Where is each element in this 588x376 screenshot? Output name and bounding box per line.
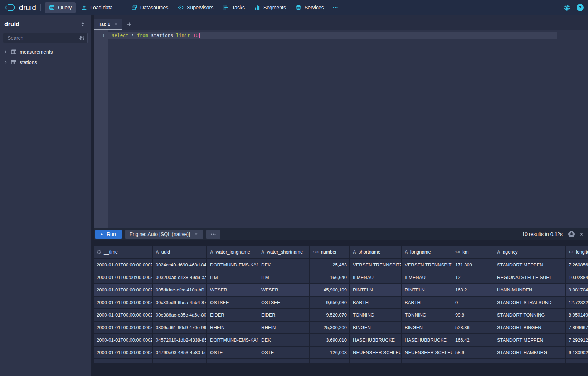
cell[interactable]: STANDORT MEPPEN — [494, 259, 566, 271]
filter-sliders-icon[interactable] — [79, 35, 85, 41]
sidebar-table-measurements[interactable]: measurements — [0, 47, 91, 57]
column-header-km[interactable]: 1.0km — [452, 246, 494, 259]
cell[interactable]: 0 — [452, 297, 494, 309]
nav-item-services[interactable]: Services — [292, 2, 328, 13]
cell[interactable]: 58.9 — [452, 347, 494, 359]
druid-logo[interactable]: druid — [5, 3, 36, 12]
cell[interactable]: STANDORT BINGEN — [494, 322, 566, 334]
cell[interactable]: WESER — [258, 284, 310, 297]
cell[interactable]: 3,690,010 — [310, 334, 350, 347]
cell[interactable]: ILMENAU — [402, 271, 452, 284]
nav-item-query[interactable]: Query — [45, 2, 76, 13]
cell[interactable]: VERSEN TRENNSPITZE — [350, 259, 402, 271]
cell[interactable]: 9.130902 — [566, 347, 588, 359]
cell[interactable]: 2000-01-01T00:00:00.000Z — [94, 322, 153, 334]
cell[interactable]: OSTE — [207, 347, 258, 359]
nav-item-supervisors[interactable]: Supervisors — [174, 2, 217, 13]
column-header-number[interactable]: 123number — [310, 246, 350, 259]
cell[interactable]: 126,003 — [310, 347, 350, 359]
sql-editor[interactable]: 1 select * from stations limit 10 — [94, 30, 588, 228]
query-more-button[interactable] — [206, 230, 220, 239]
schema-selector[interactable]: druid — [0, 20, 91, 29]
cell[interactable]: 00e386ac-e35c-4a6e-80 — [153, 309, 207, 322]
cell[interactable]: 9.081704 — [566, 284, 588, 297]
cell[interactable]: 2000-01-01T00:00:00.000Z — [94, 271, 153, 284]
cell[interactable]: 04572010-1db2-4338-85 — [153, 334, 207, 347]
cell[interactable]: 166.42 — [452, 334, 494, 347]
nav-item-tasks[interactable]: Tasks — [219, 2, 249, 13]
cell[interactable]: 166,640 — [310, 271, 350, 284]
search-input[interactable] — [7, 35, 79, 41]
cell[interactable]: NEUENSEER SCHLEUSEN — [350, 347, 402, 359]
cell[interactable]: ILM — [258, 271, 310, 284]
cell[interactable]: HASEHUBBRÜCKE — [350, 334, 402, 347]
column-header-water_longname[interactable]: Awater_longname — [207, 246, 258, 259]
cell[interactable]: 005dfdae-efcc-410a-bf1 — [153, 284, 207, 297]
close-results-icon[interactable] — [579, 231, 584, 237]
cell[interactable]: 163.2 — [452, 284, 494, 297]
cell[interactable]: 7.260856 — [566, 259, 588, 271]
cell[interactable]: BINGEN — [350, 322, 402, 334]
cell[interactable]: 171.309 — [452, 259, 494, 271]
column-header-__time[interactable]: __time — [94, 246, 153, 259]
help-icon[interactable]: ? — [577, 4, 584, 11]
cell[interactable]: ILM — [207, 271, 258, 284]
cell[interactable]: 9,650,030 — [310, 297, 350, 309]
nav-item-segments[interactable]: Segments — [251, 2, 290, 13]
column-header-longname[interactable]: Alongname — [402, 246, 452, 259]
query-tab[interactable]: Tab 1 — [94, 19, 122, 30]
column-header-longitude[interactable]: 1.0longitude — [566, 246, 588, 259]
cell[interactable]: DEK — [258, 334, 310, 347]
cell[interactable]: 45,900,109 — [310, 284, 350, 297]
cell[interactable]: HANN-MÜNDEN — [494, 284, 566, 297]
cell[interactable]: RHEIN — [207, 322, 258, 334]
cell[interactable]: 12 — [452, 271, 494, 284]
cell[interactable]: OSTE — [258, 347, 310, 359]
cell[interactable]: STANDORT STRALSUND — [494, 297, 566, 309]
column-header-shortname[interactable]: Ashortname — [350, 246, 402, 259]
cell[interactable]: RINTELN — [350, 284, 402, 297]
cell[interactable]: 12.723220 — [566, 297, 588, 309]
cell[interactable]: BARTH — [402, 297, 452, 309]
cell[interactable]: TÖNNING — [350, 309, 402, 322]
nav-item-datasources[interactable]: Datasources — [127, 2, 172, 13]
cell[interactable]: 2000-01-01T00:00:00.000Z — [94, 309, 153, 322]
cell[interactable]: WESER — [207, 284, 258, 297]
cell[interactable]: HASEHUBBRÜCKE — [402, 334, 452, 347]
cell[interactable]: 003200ab-d138-49d9-aa — [153, 271, 207, 284]
cell[interactable]: BARTH — [350, 297, 402, 309]
cell[interactable]: 2000-01-01T00:00:00.000Z — [94, 284, 153, 297]
cell[interactable]: EIDER — [258, 309, 310, 322]
column-header-uuid[interactable]: Auuid — [153, 246, 207, 259]
nav-item-load-data[interactable]: Load data — [77, 2, 116, 13]
cell[interactable]: 7.899667 — [566, 322, 588, 334]
cell[interactable]: RINTELN — [402, 284, 452, 297]
cell[interactable]: 99.8 — [452, 309, 494, 322]
cell[interactable]: 528.36 — [452, 322, 494, 334]
cell[interactable]: STANDORT TÖNNING — [494, 309, 566, 322]
new-tab-icon[interactable] — [122, 19, 136, 30]
cell[interactable]: STANDORT MEPPEN — [494, 334, 566, 347]
settings-gear-icon[interactable] — [563, 4, 571, 12]
cell[interactable]: 25,463 — [310, 259, 350, 271]
column-header-water_shortname[interactable]: Awater_shortname — [258, 246, 310, 259]
engine-dropdown[interactable]: Engine: Auto [SQL (native)] — [125, 230, 203, 239]
cell[interactable]: EIDER — [207, 309, 258, 322]
cell[interactable]: 0024cc40-d690-468d-84 — [153, 259, 207, 271]
cell[interactable]: TÖNNING — [402, 309, 452, 322]
cell[interactable]: 04790e03-4353-4e80-be — [153, 347, 207, 359]
cell[interactable]: STANDORT HAMBURG — [494, 347, 566, 359]
code-area[interactable]: select * from stations limit 10 — [108, 30, 588, 228]
cell[interactable]: 2000-01-01T00:00:00.000Z — [94, 347, 153, 359]
cell[interactable]: RHEIN — [258, 322, 310, 334]
cell[interactable]: 8.950149 — [566, 309, 588, 322]
column-header-agency[interactable]: Aagency — [494, 246, 566, 259]
cell[interactable]: 25,300,200 — [310, 322, 350, 334]
cell[interactable]: DORTMUND-EMS-KANAL — [207, 334, 258, 347]
run-button[interactable]: Run — [95, 230, 122, 239]
cell[interactable]: ILMENAU — [350, 271, 402, 284]
cell[interactable]: 2000-01-01T00:00:00.000Z — [94, 297, 153, 309]
cell[interactable]: OSTSEE — [258, 297, 310, 309]
nav-item-more[interactable] — [330, 2, 341, 13]
download-results-icon[interactable] — [568, 231, 575, 238]
